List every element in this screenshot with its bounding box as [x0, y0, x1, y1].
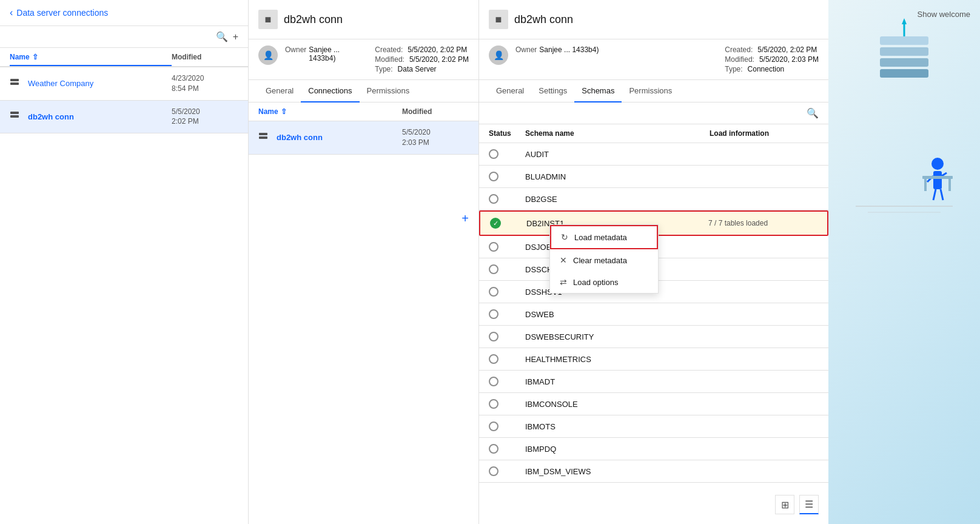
- schema-name: DB2GSE: [525, 195, 710, 204]
- list-item[interactable]: db2wh conn 5/5/20202:02 PM: [0, 101, 248, 134]
- schema-name: IBMADT: [525, 377, 710, 386]
- radio-circle: [489, 242, 498, 252]
- owner-label: Owner: [285, 45, 306, 62]
- item-name: db2wh conn: [28, 112, 172, 121]
- illustration-area: Show welcome: [828, 0, 980, 524]
- schema-name: HEALTHMETRICS: [525, 355, 710, 364]
- context-menu: ↻ Load metadata ✕ Clear metadata ⇄ Load …: [549, 224, 659, 294]
- clear-metadata-menu-item[interactable]: ✕ Clear metadata: [550, 249, 658, 271]
- connection-name: db2wh conn: [277, 133, 402, 142]
- schema-row[interactable]: IBMOTS: [479, 415, 828, 438]
- radio-circle: [489, 309, 498, 319]
- schema-row[interactable]: DSWEB: [479, 303, 828, 326]
- status-cell: ✓: [490, 218, 526, 229]
- right-avatar: 👤: [489, 45, 508, 65]
- right-panel-header: ■ db2wh conn: [479, 0, 828, 39]
- svg-rect-1: [10, 82, 19, 85]
- status-cell: [489, 444, 525, 454]
- mid-panel: ■ db2wh conn 👤 Owner Sanjee ... 1433b4) …: [249, 0, 479, 524]
- server-icon: [10, 78, 22, 90]
- sub-list-item[interactable]: db2wh conn 5/5/20202:03 PM: [249, 121, 478, 155]
- radio-circle: [489, 264, 498, 274]
- tab-connections[interactable]: Connections: [301, 80, 359, 102]
- load-options-menu-item[interactable]: ⇄ Load options: [550, 271, 658, 293]
- schema-row[interactable]: DB2GSE: [479, 188, 828, 210]
- tab-general[interactable]: General: [258, 80, 301, 102]
- svg-marker-11: [902, 18, 907, 24]
- mid-avatar: 👤: [258, 45, 278, 65]
- show-welcome[interactable]: Show welcome: [828, 10, 980, 19]
- schema-list: AUDIT BLUADMIN DB2GSE ✓ DB2INST1 7 / 7 t…: [479, 143, 828, 524]
- status-cell: [489, 149, 525, 159]
- right-modified-value: 5/5/2020, 2:03 PM: [759, 55, 819, 64]
- status-cell: [489, 466, 525, 476]
- created-label: Created:: [375, 45, 403, 54]
- illustration-svg: [844, 12, 965, 255]
- mid-panel-header: ■ db2wh conn: [249, 0, 478, 39]
- tab-right-schemas[interactable]: Schemas: [574, 80, 622, 102]
- svg-line-15: [942, 173, 947, 176]
- radio-circle: [489, 399, 498, 409]
- svg-rect-0: [10, 79, 19, 81]
- right-owner-label: Owner: [515, 45, 537, 54]
- green-check-icon: ✓: [490, 218, 501, 229]
- right-tabs: General Settings Schemas Permissions: [479, 80, 828, 102]
- status-cell: [489, 377, 525, 386]
- item-name: Weather Company: [28, 79, 172, 88]
- list-item[interactable]: Weather Company 4/23/20208:54 PM: [0, 67, 248, 101]
- name-column-header[interactable]: Name ⇧: [10, 53, 172, 66]
- load-metadata-menu-item[interactable]: ↻ Load metadata: [550, 225, 658, 249]
- svg-rect-18: [922, 176, 953, 179]
- schema-row[interactable]: IBM_DSM_VIEWS: [479, 460, 828, 483]
- schema-row[interactable]: DSWEBSECURITY: [479, 326, 828, 348]
- status-cell: [489, 399, 525, 409]
- grid-view-button[interactable]: ⊞: [775, 495, 794, 514]
- status-cell: [489, 287, 525, 297]
- add-connection-button[interactable]: +: [461, 212, 469, 226]
- list-view-button[interactable]: ☰: [799, 495, 819, 514]
- svg-rect-3: [10, 115, 19, 118]
- right-panel: ■ db2wh conn 👤 Owner Sanjee ... 1433b4) …: [479, 0, 828, 524]
- svg-rect-13: [933, 171, 942, 189]
- schema-row[interactable]: IBMADT: [479, 371, 828, 393]
- right-panel-title: db2wh conn: [514, 13, 573, 26]
- svg-rect-20: [948, 179, 951, 191]
- left-toolbar: 🔍 +: [0, 26, 248, 48]
- status-cell: [489, 194, 525, 204]
- schema-row[interactable]: IBMCONSOLE: [479, 393, 828, 415]
- schema-row[interactable]: BLUADMIN: [479, 166, 828, 188]
- svg-rect-7: [880, 47, 928, 56]
- connection-icon: [258, 132, 270, 144]
- status-cell: [489, 264, 525, 274]
- tab-right-settings[interactable]: Settings: [531, 80, 574, 102]
- type-value: Data Server: [398, 65, 437, 73]
- tab-right-permissions[interactable]: Permissions: [622, 80, 679, 102]
- load-col-header: Load information: [710, 129, 819, 138]
- add-button[interactable]: +: [233, 31, 238, 42]
- status-cell: [489, 242, 525, 252]
- search-button[interactable]: 🔍: [216, 31, 228, 42]
- right-panel-icon: ■: [489, 10, 508, 29]
- tab-permissions[interactable]: Permissions: [360, 80, 417, 102]
- load-info: 7 / 7 tables loaded: [708, 219, 817, 227]
- created-value: 5/5/2020, 2:02 PM: [408, 45, 467, 54]
- schema-row[interactable]: HEALTHMETRICS: [479, 348, 828, 371]
- radio-circle: [489, 354, 498, 364]
- status-cell: [489, 332, 525, 341]
- mid-content: Name ⇧ Modified + db2wh conn 5/5/20202:0…: [249, 102, 478, 524]
- mid-tabs: General Connections Permissions: [249, 80, 478, 102]
- schema-row[interactable]: IBMPDQ: [479, 438, 828, 460]
- tab-right-general[interactable]: General: [489, 80, 531, 102]
- radio-circle: [489, 172, 498, 181]
- status-cell: [489, 309, 525, 319]
- radio-circle: [489, 377, 498, 386]
- back-link[interactable]: ‹ Data server connections: [0, 0, 248, 26]
- schema-search-button[interactable]: 🔍: [807, 107, 819, 119]
- schema-row[interactable]: AUDIT: [479, 143, 828, 166]
- right-meta-row: 👤 Owner Sanjee ... 1433b4) Created: 5/5/…: [479, 39, 828, 80]
- clear-metadata-label: Clear metadata: [573, 256, 627, 265]
- load-options-icon: ⇄: [560, 277, 567, 287]
- schema-name-col-header: Schema name: [525, 129, 710, 138]
- modified-value: 5/5/2020, 2:02 PM: [409, 55, 469, 64]
- right-owner-value: Sanjee ... 1433b4): [539, 45, 599, 54]
